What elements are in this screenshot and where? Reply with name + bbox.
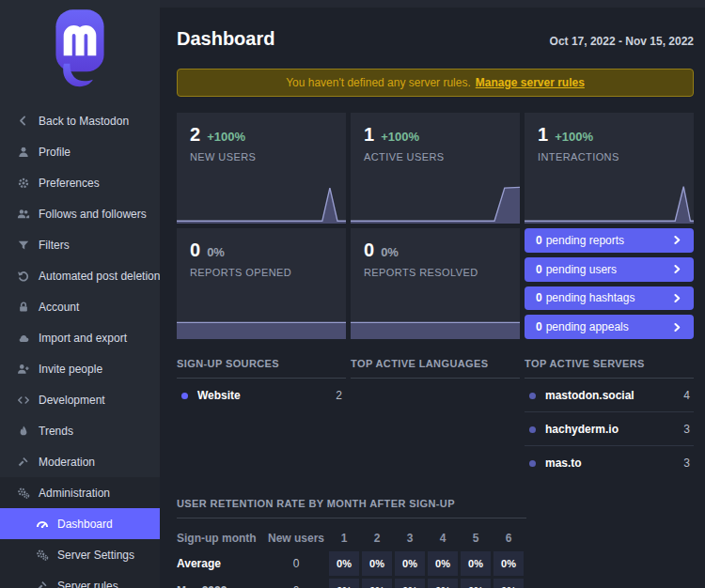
sparkline [177,300,346,339]
sidebar-item-automated-post-deletion[interactable]: Automated post deletion [0,260,160,291]
stat-delta: 0% [381,245,399,259]
item-count: 4 [683,389,694,402]
date-range: Oct 17, 2022 - Nov 15, 2022 [550,35,694,48]
sidebar-item-label: Import and export [39,332,127,345]
code-icon [16,393,30,407]
table-cell-rate: 0% [494,551,524,576]
cloud-icon [16,331,30,345]
stat-label: INTERACTIONS [538,151,681,162]
sidebar-item-server-settings[interactable]: Server Settings [0,539,160,570]
sparkline [525,184,694,224]
pending-count: 0 [536,234,542,247]
stats-row-2: 0 0% REPORTS OPENED 0 0% REPORTS RESOLV [177,228,694,339]
section-title: TOP ACTIVE LANGUAGES [351,358,520,379]
server-rules-warning-banner: You haven't defined any server rules. Ma… [177,69,694,97]
sidebar-item-server-rules[interactable]: Server rules [0,570,160,588]
gears-icon [35,548,49,562]
chevron-right-icon [672,235,682,245]
sidebar-item-account[interactable]: Account [0,291,160,322]
sidebar-item-import-and-export[interactable]: Import and export [0,322,160,353]
sidebar-item-filters[interactable]: Filters [0,229,160,260]
section-title: TOP ACTIVE SERVERS [525,358,694,379]
pending-appeals-button[interactable]: 0 pending appeals [525,315,694,339]
sidebar-admin-group: Administration Dashboard Server Settings… [0,477,160,588]
retention-table: Sign-up month New users 1 2 3 4 5 6 Aver… [177,518,526,588]
sidebar-item-dashboard[interactable]: Dashboard [0,508,160,539]
sidebar-item-label: Development [39,394,105,407]
sidebar-item-moderation[interactable]: Moderation [0,446,160,477]
stat-delta: 0% [207,245,225,259]
stat-value: 1 [538,125,548,144]
column-header: 2 [362,528,392,549]
stat-card-reports-opened: 0 0% REPORTS OPENED [177,228,346,339]
pending-hashtags-button[interactable]: 0 pending hashtags [525,286,694,311]
sidebar-item-label: Dashboard [57,518,113,531]
table-cell-rate: 0% [428,579,458,588]
table-cell-rate: 0% [329,551,359,576]
section-title: SIGN-UP SOURCES [177,358,346,379]
pending-count: 0 [536,320,542,333]
mastodon-logo[interactable] [0,0,160,105]
page-title: Dashboard [177,28,274,50]
manage-server-rules-link[interactable]: Manage server rules [476,76,585,89]
sparkline [351,300,520,339]
main-content: Dashboard Oct 17, 2022 - Nov 15, 2022 Yo… [160,0,705,588]
item-label: Website [197,389,241,402]
stat-label: ACTIVE USERS [364,151,507,162]
table-cell-rate: 0% [461,551,491,576]
gears-icon [16,486,30,500]
pending-label: pending reports [546,234,624,247]
lists-row: SIGN-UP SOURCES Website 2 TOP ACTIVE LAN… [177,358,694,479]
sidebar-item-follows-and-followers[interactable]: Follows and followers [0,198,160,229]
pending-reports-button[interactable]: 0 pending reports [525,228,694,253]
sidebar-item-preferences[interactable]: Preferences [0,167,160,198]
item-count: 3 [683,423,694,436]
table-cell-rate: 0% [494,579,524,588]
list-item: mastodon.social 4 [525,379,694,412]
user-icon [16,145,30,159]
sidebar-item-label: Moderation [39,456,95,469]
item-count: 3 [683,456,694,470]
sidebar-item-invite-people[interactable]: Invite people [0,353,160,384]
table-cell-new-users: 0 [266,579,326,588]
sidebar-item-label: Account [39,301,79,314]
sidebar-item-label: Server Settings [57,549,134,562]
table-cell-rate: 0% [428,551,458,576]
sidebar-item-profile[interactable]: Profile [0,136,160,167]
stat-value: 0 [364,240,374,259]
mastodon-logo-icon [46,6,114,98]
chevron-left-icon [16,114,30,128]
item-label: mastodon.social [545,389,634,402]
table-cell-rate: 0% [362,551,392,576]
list-item: Website 2 [177,379,346,411]
stat-value: 2 [190,125,200,144]
bullet-dot-icon [529,460,536,467]
sidebar-item-label: Filters [39,239,70,252]
pending-label: pending hashtags [546,291,635,304]
stat-card-new-users: 2 +100% NEW USERS [177,113,346,224]
sidebar-item-label: Invite people [39,363,102,376]
chevron-right-icon [672,322,682,333]
sparkline [351,184,520,224]
sidebar-item-administration[interactable]: Administration [0,477,160,508]
chevron-right-icon [672,264,682,274]
filter-icon [16,238,30,252]
bullet-dot-icon [181,393,188,399]
sidebar-item-label: Automated post deletion [39,270,160,283]
dashboard-icon [35,517,49,531]
retention-title: USER RETENTION RATE BY MONTH AFTER SIGN-… [177,498,526,518]
column-header: 3 [395,528,425,549]
sidebar-item-label: Follows and followers [39,208,147,221]
stat-delta: +100% [207,130,245,144]
sidebar-item-back-to-mastodon[interactable]: Back to Mastodon [0,105,160,136]
sidebar-item-label: Preferences [39,177,100,190]
pending-users-button[interactable]: 0 pending users [525,257,694,282]
chevron-right-icon [672,293,682,303]
sidebar-item-label: Administration [39,487,110,500]
retention-section: USER RETENTION RATE BY MONTH AFTER SIGN-… [177,498,526,588]
column-header: 5 [461,528,491,549]
stat-value: 1 [364,125,374,144]
sidebar-item-development[interactable]: Development [0,384,160,415]
sidebar-item-trends[interactable]: Trends [0,415,160,446]
warning-message: You haven't defined any server rules. [286,76,471,89]
